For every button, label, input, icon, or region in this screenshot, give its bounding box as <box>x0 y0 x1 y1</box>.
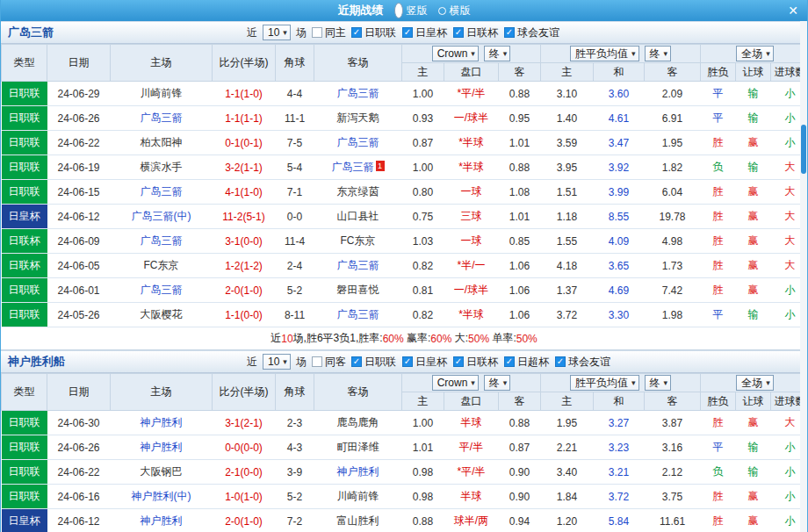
home-team-name[interactable]: 广岛三箭(中) <box>132 210 191 222</box>
away-team-name[interactable]: 富山胜利 <box>337 514 379 527</box>
title-bar: 近期战绩 竖版 横版 ✕ <box>1 0 807 21</box>
home-team-name[interactable]: FC东京 <box>144 259 179 271</box>
wdl-average-select[interactable]: 胜平负均值 ▾ <box>570 375 639 391</box>
draw-odds-cell: 5.84 <box>594 509 645 532</box>
checkbox-icon[interactable]: ✓ <box>453 356 464 367</box>
home-team-name[interactable]: 神户胜利 <box>141 441 183 453</box>
home-team-name[interactable]: 大阪樱花 <box>141 308 183 320</box>
away-team-cell: 广岛三箭 <box>314 82 402 106</box>
away-team-name[interactable]: 广岛三箭 <box>337 308 379 320</box>
result-cell: 胜 <box>701 278 736 303</box>
same-venue-checkbox[interactable] <box>312 27 322 38</box>
home-team-name[interactable]: 川崎前锋 <box>141 87 183 99</box>
score-cell: 2-0(1-0) <box>213 509 276 532</box>
scope-select[interactable]: 全场 ▾ <box>736 375 774 391</box>
scrollbar-track[interactable] <box>800 21 807 532</box>
handicap-home-odds-cell: 0.80 <box>402 180 444 205</box>
league-filter-日联杯[interactable]: ✓日联杯 <box>453 25 498 40</box>
away-team-name[interactable]: 鹿岛鹿角 <box>337 416 379 428</box>
home-team-name[interactable]: 广岛三箭 <box>141 234 183 247</box>
recent-count-value: 10 <box>268 356 279 368</box>
checkbox-icon[interactable]: ✓ <box>504 27 515 38</box>
away-team-name[interactable]: 川崎前锋 <box>337 490 379 502</box>
checkbox-icon[interactable]: ✓ <box>453 27 464 38</box>
away-team-name[interactable]: 神户胜利 <box>337 465 379 478</box>
radio-horizontal-icon[interactable] <box>438 7 446 15</box>
home-team-cell: 广岛三箭 <box>111 229 213 254</box>
scrollbar-thumb[interactable] <box>801 125 806 174</box>
col-header-let-ball: 让球 <box>736 392 771 411</box>
draw-odds-cell: 3.92 <box>594 155 645 180</box>
home-team-name[interactable]: 神户胜利 <box>141 416 183 428</box>
handicap-final-value: 终 <box>489 47 500 61</box>
wdl-average-select[interactable]: 胜平负均值 ▾ <box>570 46 639 61</box>
away-team-name[interactable]: 广岛三箭 <box>337 259 379 271</box>
home-team-name[interactable]: 神户胜利(中) <box>132 490 191 502</box>
same-venue-checkbox[interactable] <box>312 356 322 367</box>
home-team-name[interactable]: 广岛三箭 <box>141 185 183 198</box>
handicap-final-select[interactable]: 终 ▾ <box>484 46 511 61</box>
league-filter-日皇杯[interactable]: ✓日皇杯 <box>402 355 447 370</box>
handicap-final-select[interactable]: 终 ▾ <box>484 375 511 391</box>
away-team-name[interactable]: 山口县社 <box>337 210 379 222</box>
league-type-cell: 日职联 <box>2 303 47 327</box>
draw-odds-cell: 3.47 <box>594 131 645 155</box>
wdl-final-value: 终 <box>650 47 660 61</box>
handicap-result-cell: 赢 <box>736 229 771 254</box>
match-date-cell: 24-06-09 <box>47 229 111 254</box>
same-venue-filter[interactable]: 同主 <box>312 25 346 40</box>
away-team-name[interactable]: 町田泽维 <box>337 441 379 453</box>
home-team-name[interactable]: 神户胜利 <box>141 514 183 527</box>
away-team-name[interactable]: 新泻天鹅 <box>337 111 379 124</box>
away-team-name[interactable]: 东京绿茵 <box>337 185 379 198</box>
checkbox-icon[interactable]: ✓ <box>402 27 413 38</box>
away-team-name[interactable]: 广岛三箭 <box>337 136 379 148</box>
wdl-final-select[interactable]: 终 ▾ <box>645 46 672 61</box>
league-filter-日皇杯[interactable]: ✓日皇杯 <box>402 25 447 40</box>
checkbox-icon[interactable]: ✓ <box>351 356 362 367</box>
checkbox-icon[interactable]: ✓ <box>402 356 413 367</box>
league-filter-日职联[interactable]: ✓日职联 <box>351 355 396 370</box>
same-venue-filter[interactable]: 同客 <box>312 355 346 370</box>
checkbox-icon[interactable]: ✓ <box>351 27 362 38</box>
home-team-name[interactable]: 柏太阳神 <box>141 136 183 148</box>
corners-cell: 11-1 <box>276 106 314 131</box>
league-filter-球会友谊[interactable]: ✓球会友谊 <box>504 25 559 40</box>
away-team-name[interactable]: 广岛三箭 <box>337 87 379 99</box>
league-filter-日超杯[interactable]: ✓日超杯 <box>504 355 549 370</box>
draw-odds-cell: 3.30 <box>594 303 645 327</box>
chevron-down-icon: ▾ <box>283 358 287 366</box>
close-icon[interactable]: ✕ <box>788 4 798 18</box>
checkbox-icon[interactable]: ✓ <box>555 356 566 367</box>
recent-count-select[interactable]: 10 ▾ <box>263 354 291 370</box>
score-cell: 11-2(5-1) <box>213 205 276 229</box>
league-filter-日联杯[interactable]: ✓日联杯 <box>453 355 498 370</box>
handicap-away-odds-cell: 0.88 <box>499 411 541 435</box>
home-team-name[interactable]: 广岛三箭 <box>141 111 183 124</box>
recent-count-select[interactable]: 10 ▾ <box>263 25 291 40</box>
scope-select[interactable]: 全场 ▾ <box>736 46 774 61</box>
home-team-name[interactable]: 大阪钢巴 <box>141 465 183 478</box>
bookmaker-select[interactable]: Crown ▾ <box>432 375 479 391</box>
result-cell: 平 <box>701 106 736 131</box>
handicap-odds-header-group: Crown ▾ 终 ▾ <box>402 374 541 392</box>
radio-vertical-icon[interactable] <box>394 3 403 18</box>
bookmaker-select[interactable]: Crown ▾ <box>432 46 479 61</box>
home-team-name[interactable]: 广岛三箭 <box>141 284 183 296</box>
layout-radio-horizontal[interactable]: 横版 <box>438 4 471 18</box>
away-team-name[interactable]: 广岛三箭 <box>332 161 374 173</box>
handicap-away-odds-cell: 0.88 <box>499 82 541 106</box>
checkbox-icon[interactable]: ✓ <box>504 356 515 367</box>
layout-radio-vertical[interactable]: 竖版 <box>394 3 428 18</box>
handicap-away-odds-cell: 0.94 <box>499 509 541 532</box>
draw-odds-cell: 3.72 <box>594 485 645 509</box>
away-team-name[interactable]: FC东京 <box>341 234 376 247</box>
league-filter-球会友谊[interactable]: ✓球会友谊 <box>555 355 610 370</box>
wdl-final-select[interactable]: 终 ▾ <box>645 375 672 391</box>
col-header-handicap-home: 主 <box>402 392 444 411</box>
wdl-final-value: 终 <box>650 376 660 391</box>
home-team-name[interactable]: 横滨水手 <box>141 161 183 173</box>
handicap-result-cell: 赢 <box>736 278 771 303</box>
league-filter-日职联[interactable]: ✓日职联 <box>351 25 396 40</box>
away-team-name[interactable]: 磐田喜悦 <box>337 284 379 296</box>
